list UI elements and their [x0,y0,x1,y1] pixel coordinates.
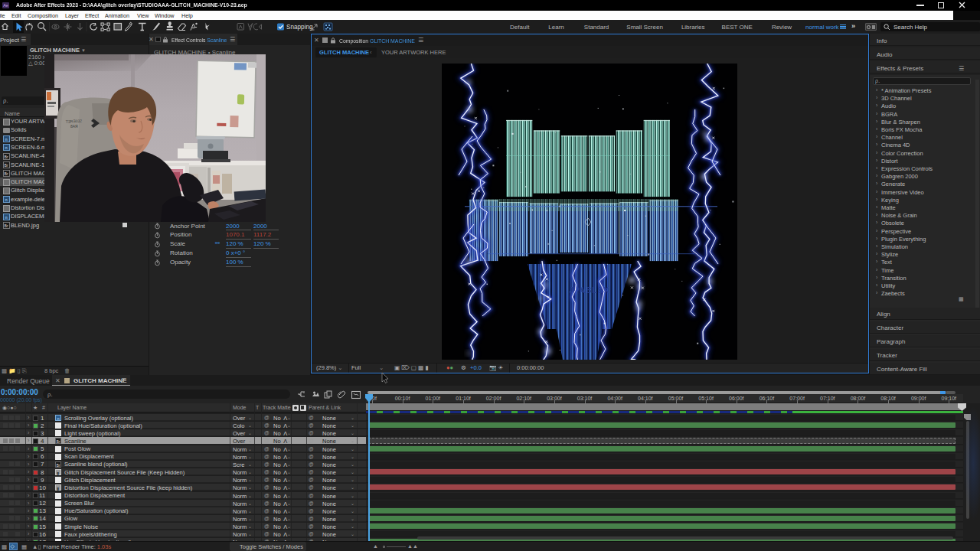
svg-text:Snapping: Snapping [286,24,313,31]
svg-text:8AЯ: 8AЯ [70,124,78,129]
